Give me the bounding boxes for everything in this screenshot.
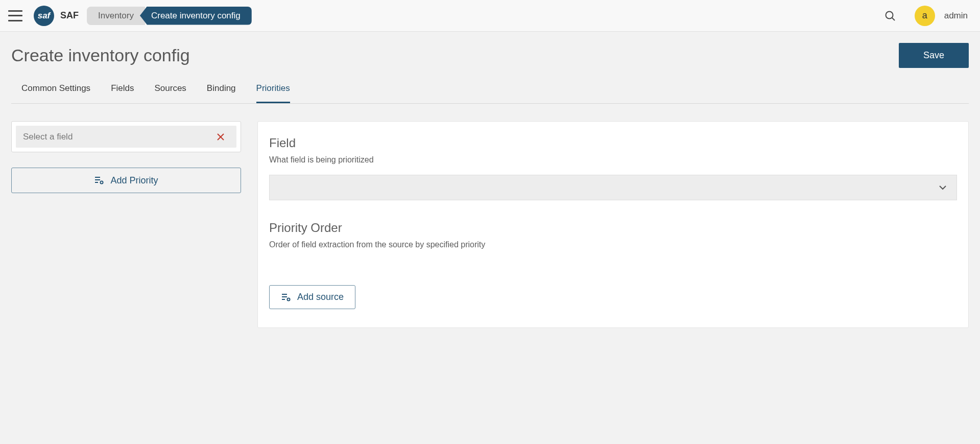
field-description: What field is being prioritized bbox=[269, 155, 957, 165]
main-content: Create inventory config Save Common Sett… bbox=[0, 32, 980, 348]
svg-line-1 bbox=[892, 18, 895, 20]
svg-point-0 bbox=[886, 11, 893, 18]
avatar[interactable]: a bbox=[915, 6, 935, 26]
add-source-button[interactable]: Add source bbox=[269, 285, 355, 309]
breadcrumb-inventory[interactable]: Inventory bbox=[87, 7, 145, 25]
tab-priorities[interactable]: Priorities bbox=[256, 79, 290, 103]
add-priority-button[interactable]: Add Priority bbox=[11, 168, 241, 193]
topbar: saf SAF Inventory Create inventory confi… bbox=[0, 0, 980, 32]
save-button[interactable]: Save bbox=[899, 43, 969, 68]
remove-priority-button[interactable] bbox=[212, 133, 229, 141]
app-logo: saf bbox=[34, 6, 54, 26]
priority-order-heading: Priority Order bbox=[269, 221, 957, 235]
search-icon[interactable] bbox=[880, 6, 900, 26]
tab-common-settings[interactable]: Common Settings bbox=[21, 79, 90, 103]
select-field-row: Select a field bbox=[16, 126, 236, 148]
priority-order-description: Order of field extraction from the sourc… bbox=[269, 240, 957, 249]
tab-sources[interactable]: Sources bbox=[154, 79, 186, 103]
tab-binding[interactable]: Binding bbox=[207, 79, 236, 103]
select-field-placeholder[interactable]: Select a field bbox=[23, 132, 73, 142]
field-dropdown[interactable] bbox=[269, 175, 957, 200]
right-column: Field What field is being prioritized Pr… bbox=[257, 121, 969, 328]
tabs: Common Settings Fields Sources Binding P… bbox=[11, 79, 969, 104]
add-priority-label: Add Priority bbox=[110, 175, 158, 186]
page-title: Create inventory config bbox=[11, 45, 190, 65]
add-list-icon bbox=[94, 176, 104, 185]
close-icon bbox=[217, 133, 225, 141]
priority-item-panel: Select a field bbox=[11, 121, 241, 152]
add-list-icon bbox=[281, 293, 291, 302]
field-heading: Field bbox=[269, 136, 957, 150]
priority-detail-card: Field What field is being prioritized Pr… bbox=[257, 121, 969, 328]
left-column: Select a field bbox=[11, 121, 241, 193]
tab-fields[interactable]: Fields bbox=[111, 79, 134, 103]
brand-name: SAF bbox=[60, 10, 79, 21]
username-label: admin bbox=[944, 11, 968, 21]
add-source-label: Add source bbox=[297, 292, 344, 302]
breadcrumb-create-config[interactable]: Create inventory config bbox=[140, 7, 252, 25]
page-header: Create inventory config Save bbox=[11, 43, 969, 68]
hamburger-menu-icon[interactable] bbox=[8, 10, 22, 21]
content-row: Select a field bbox=[11, 121, 969, 328]
chevron-down-icon bbox=[938, 183, 947, 192]
breadcrumb: Inventory Create inventory config bbox=[87, 7, 252, 25]
